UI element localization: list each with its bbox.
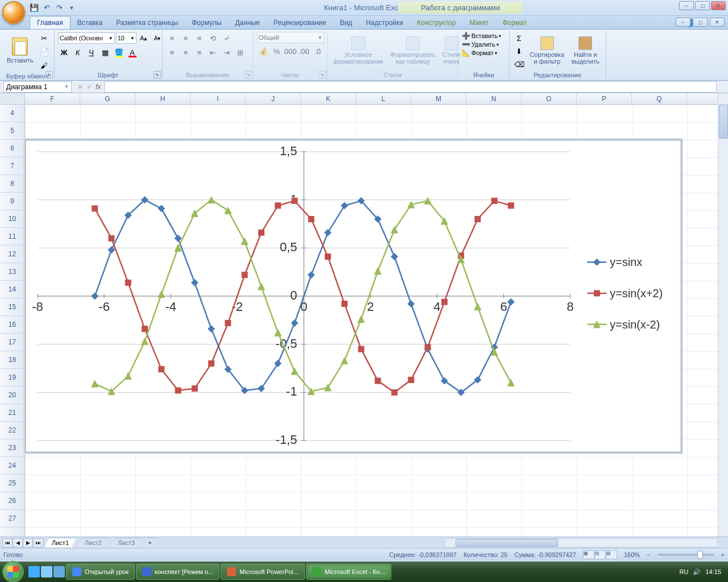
font-color-button[interactable]: A bbox=[126, 46, 139, 59]
tab-review[interactable]: Рецензирование bbox=[267, 16, 333, 29]
row-header[interactable]: 12 bbox=[0, 246, 24, 263]
align-right-button[interactable]: ≡ bbox=[193, 46, 206, 59]
paste-button[interactable]: Вставить bbox=[5, 32, 36, 69]
page-layout-view-button[interactable]: ▤ bbox=[594, 550, 606, 559]
qat-dropdown-icon[interactable]: ▼ bbox=[67, 3, 76, 13]
zoom-in-button[interactable]: + bbox=[721, 551, 725, 558]
row-header[interactable]: 21 bbox=[0, 404, 24, 422]
font-name-combo[interactable]: Calibri (Основн▼ bbox=[58, 32, 115, 44]
select-all-corner[interactable] bbox=[0, 93, 25, 105]
row-header[interactable]: 25 bbox=[0, 475, 24, 492]
align-center-button[interactable]: ≡ bbox=[180, 46, 192, 59]
taskbar-app-3[interactable]: Microsoft PowerPoi... bbox=[221, 564, 305, 580]
copy-button[interactable]: 📄 bbox=[38, 45, 51, 58]
align-bottom-button[interactable]: ≡ bbox=[193, 32, 206, 44]
number-launcher[interactable]: ⬊ bbox=[318, 71, 326, 78]
col-header[interactable]: G bbox=[80, 93, 135, 104]
col-header[interactable]: L bbox=[356, 93, 411, 104]
percent-button[interactable]: % bbox=[271, 45, 283, 57]
increase-decimal-button[interactable]: .00 bbox=[298, 45, 311, 57]
mdi-restore-button[interactable]: ◻ bbox=[693, 18, 708, 27]
office-button[interactable] bbox=[2, 1, 25, 24]
format-cells-button[interactable]: 📐Формат▾ bbox=[462, 49, 502, 57]
col-header[interactable]: J bbox=[246, 93, 301, 104]
close-button[interactable]: ✕ bbox=[711, 1, 726, 10]
col-header[interactable]: K bbox=[301, 93, 356, 104]
ql-switch-icon[interactable] bbox=[53, 566, 65, 577]
row-header[interactable]: 13 bbox=[0, 263, 24, 281]
decrease-decimal-button[interactable]: .0 bbox=[312, 45, 324, 57]
col-header[interactable]: P bbox=[577, 93, 632, 104]
col-header[interactable]: H bbox=[135, 93, 191, 104]
row-header[interactable]: 26 bbox=[0, 492, 24, 510]
start-button[interactable] bbox=[2, 561, 24, 582]
tray-lang-icon[interactable]: RU bbox=[680, 568, 689, 575]
maximize-button[interactable]: ◻ bbox=[695, 1, 710, 10]
zoom-out-button[interactable]: − bbox=[647, 551, 650, 558]
tray-volume-icon[interactable]: 🔊 bbox=[693, 568, 701, 576]
last-sheet-button[interactable]: ⏭ bbox=[33, 538, 43, 547]
row-header[interactable]: 24 bbox=[0, 457, 24, 475]
merge-button[interactable]: ⊞ bbox=[234, 46, 247, 59]
italic-button[interactable]: К bbox=[72, 46, 84, 59]
currency-button[interactable]: 💰 bbox=[257, 45, 270, 57]
prev-sheet-button[interactable]: ◀ bbox=[13, 538, 23, 547]
cell-grid[interactable]: -1,5-1-0,500,511,5-8-6-4-202468y=sinxy=s… bbox=[25, 105, 718, 537]
redo-icon[interactable]: ↷ bbox=[55, 3, 64, 13]
alignment-launcher[interactable]: ⬊ bbox=[245, 71, 252, 78]
row-header[interactable]: 8 bbox=[0, 175, 24, 193]
row-header[interactable]: 6 bbox=[0, 140, 24, 157]
cut-button[interactable]: ✂ bbox=[38, 32, 51, 44]
first-sheet-button[interactable]: ⏮ bbox=[2, 538, 13, 547]
shrink-font-button[interactable]: A▾ bbox=[151, 32, 164, 44]
row-header[interactable]: 16 bbox=[0, 316, 24, 334]
row-header[interactable]: 23 bbox=[0, 439, 24, 457]
comma-button[interactable]: 000 bbox=[284, 45, 297, 57]
font-launcher[interactable]: ⬊ bbox=[154, 71, 161, 78]
zoom-level[interactable]: 160% bbox=[624, 551, 640, 558]
taskbar-app-1[interactable]: Открытый урок bbox=[66, 564, 135, 580]
row-header[interactable]: 22 bbox=[0, 422, 24, 439]
vscroll-thumb[interactable] bbox=[719, 105, 728, 139]
col-header[interactable]: M bbox=[411, 93, 466, 104]
formula-input[interactable] bbox=[104, 81, 717, 93]
row-header[interactable]: 10 bbox=[0, 210, 24, 228]
tab-addins[interactable]: Надстройки bbox=[359, 16, 410, 29]
ql-ie-icon[interactable] bbox=[28, 566, 40, 577]
border-button[interactable]: ▦ bbox=[99, 46, 111, 59]
tab-page-layout[interactable]: Разметка страницы bbox=[109, 16, 185, 29]
row-header[interactable]: 14 bbox=[0, 281, 24, 298]
align-middle-button[interactable]: ≡ bbox=[180, 32, 192, 44]
taskbar-app-2[interactable]: конспект [Режим о... bbox=[136, 564, 220, 580]
col-header[interactable]: Q bbox=[632, 93, 687, 104]
tab-design[interactable]: Конструктор bbox=[410, 16, 462, 29]
conditional-formatting-button[interactable]: Условное форматирование bbox=[331, 32, 386, 69]
chart-object[interactable]: -1,5-1-0,500,511,5-8-6-4-202468y=sinxy=s… bbox=[25, 140, 681, 452]
mdi-minimize-button[interactable]: ─ bbox=[676, 18, 690, 27]
wrap-text-button[interactable]: ⤶ bbox=[221, 32, 233, 44]
increase-indent-button[interactable]: ⇥ bbox=[221, 46, 233, 59]
tab-view[interactable]: Вид bbox=[333, 16, 359, 29]
taskbar-app-4[interactable]: Microsoft Excel - Кн... bbox=[306, 564, 391, 580]
bold-button[interactable]: Ж bbox=[58, 46, 71, 59]
align-top-button[interactable]: ≡ bbox=[166, 32, 179, 44]
tab-insert[interactable]: Вставка bbox=[71, 16, 110, 29]
col-header[interactable]: F bbox=[25, 93, 80, 104]
tab-home[interactable]: Главная bbox=[30, 16, 71, 29]
vertical-scrollbar[interactable] bbox=[718, 93, 728, 537]
name-box[interactable]: Диаграмма 1▼ bbox=[3, 81, 72, 93]
mdi-close-button[interactable]: ✕ bbox=[710, 18, 725, 27]
ql-desktop-icon[interactable] bbox=[41, 566, 52, 577]
clear-button[interactable]: ⌫ bbox=[513, 58, 526, 70]
row-header[interactable]: 4 bbox=[0, 105, 24, 122]
row-header[interactable]: 11 bbox=[0, 228, 24, 246]
fx-icon[interactable]: fx bbox=[96, 83, 101, 91]
page-break-view-button[interactable]: ▧ bbox=[606, 550, 617, 559]
tab-format[interactable]: Формат bbox=[495, 16, 533, 29]
row-header[interactable]: 7 bbox=[0, 157, 24, 175]
col-header[interactable]: N bbox=[466, 93, 522, 104]
sort-filter-button[interactable]: Сортировка и фильтр bbox=[528, 32, 566, 69]
cancel-icon[interactable]: ✕ bbox=[77, 83, 83, 91]
fill-color-button[interactable]: 🪣 bbox=[113, 46, 125, 59]
save-icon[interactable]: 💾 bbox=[30, 3, 39, 13]
